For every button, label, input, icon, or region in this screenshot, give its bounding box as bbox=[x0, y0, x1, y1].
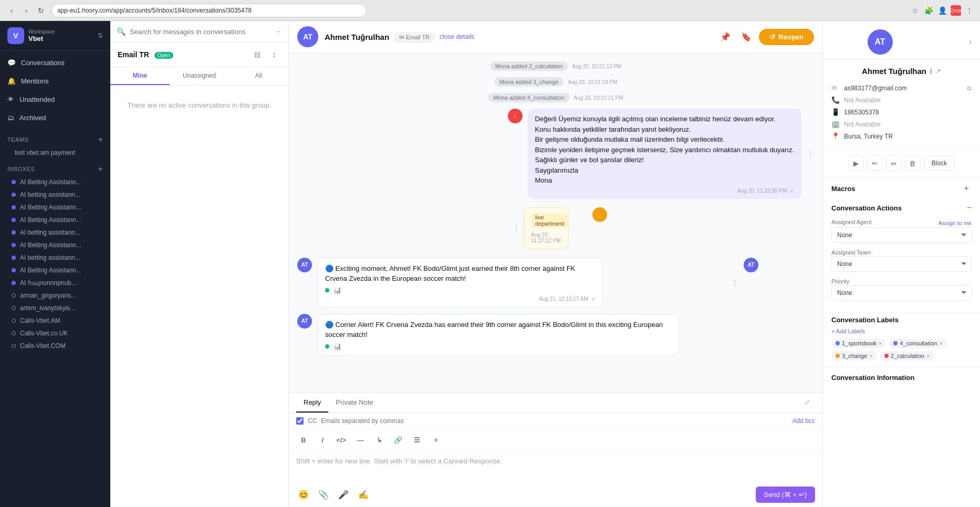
sidebar-inbox-item-7[interactable]: AI Betting Assistann... bbox=[0, 264, 110, 277]
reload-button[interactable]: ↻ bbox=[35, 4, 47, 17]
inbox-dot-0 bbox=[12, 180, 16, 184]
reply-area: Reply Private Note ⤢ CC Add bcc B I </> … bbox=[289, 393, 822, 507]
filter-button[interactable]: ⊟ bbox=[251, 48, 264, 61]
toolbar-btn-4[interactable]: — bbox=[353, 432, 368, 447]
pin-button[interactable]: 📌 bbox=[717, 28, 734, 45]
team-item[interactable]: test vbet.am payment bbox=[0, 146, 110, 159]
toolbar-btn-6[interactable]: 🔗 bbox=[391, 432, 405, 447]
tab-private-note[interactable]: Private Note bbox=[328, 393, 381, 413]
conversation-action-fields: Assigned Agent Assign to me None Assigne… bbox=[823, 216, 980, 313]
code-button[interactable]: </> bbox=[334, 432, 349, 447]
sidebar-inbox-item-9[interactable]: arman_grigoryans... bbox=[0, 289, 110, 302]
star-icon[interactable]: ☆ bbox=[910, 5, 920, 16]
priority-select[interactable]: None bbox=[831, 285, 972, 301]
delete-button[interactable]: 🗑 bbox=[905, 155, 921, 171]
chat-user-avatar: AT bbox=[297, 26, 318, 47]
merge-button[interactable]: ⇔ bbox=[886, 155, 902, 171]
assigned-agent-select[interactable]: None bbox=[831, 227, 972, 243]
close-details-link[interactable]: close details bbox=[440, 33, 474, 40]
live-dept-download[interactable]: ↓ bbox=[592, 207, 607, 222]
contact-phone-status: 📞 Not Available bbox=[831, 94, 972, 106]
email-icon: ✉ bbox=[831, 84, 840, 92]
contact-location: 📍 Bursa, Turkey TR bbox=[831, 130, 972, 142]
workspace-header[interactable]: V Workspace Vbet ⇅ bbox=[0, 21, 110, 51]
sidebar-item-conversations[interactable]: 💬 Conversations bbox=[0, 54, 110, 71]
add-team-button[interactable]: + bbox=[98, 135, 103, 144]
toolbar-btn-5[interactable]: ↳ bbox=[372, 432, 387, 447]
extension-icon[interactable]: 🧩 bbox=[923, 5, 934, 16]
external-link-icon[interactable]: ↗ bbox=[935, 67, 941, 75]
menu-icon[interactable]: ⋮ bbox=[964, 5, 975, 16]
conversation-tabs: Mine Unassigned All bbox=[110, 67, 288, 86]
url-bar[interactable]: app-eu1.hoory.com/app/accounts/5/inbox/1… bbox=[51, 4, 367, 17]
edit-button[interactable]: ✏ bbox=[867, 155, 883, 171]
label-close-3[interactable]: × bbox=[926, 353, 930, 359]
sidebar-inbox-item-0[interactable]: AI Betting Assistann... bbox=[0, 176, 110, 188]
tab-all[interactable]: All bbox=[229, 67, 288, 85]
error-badge[interactable]: Error bbox=[951, 5, 961, 16]
sidebar-item-archived[interactable]: 🗂 Archived bbox=[0, 109, 110, 126]
msg-download-icon[interactable]: ↓ bbox=[508, 109, 523, 123]
unordered-list-button[interactable]: ☰ bbox=[410, 432, 424, 447]
tab-reply[interactable]: Reply bbox=[296, 393, 328, 413]
tab-unassigned[interactable]: Unassigned bbox=[170, 67, 229, 85]
collapse-conv-actions-icon[interactable]: − bbox=[967, 203, 972, 213]
assigned-team-select[interactable]: None bbox=[831, 256, 972, 272]
forward-button[interactable]: › bbox=[20, 4, 33, 17]
search-input[interactable] bbox=[130, 28, 270, 36]
assign-to-me-link[interactable]: Assign to me bbox=[938, 220, 972, 226]
attach-button[interactable]: 📎 bbox=[316, 488, 331, 502]
add-bcc-button[interactable]: Add bcc bbox=[793, 417, 815, 425]
profile-icon[interactable]: 👤 bbox=[937, 5, 947, 16]
sidebar-inbox-item-10[interactable]: artem_ivanytskyis... bbox=[0, 302, 110, 314]
audio-button[interactable]: 🎤 bbox=[336, 488, 351, 502]
msg-bubble-1: Değerli Üyemiz konuyla ilgili açılmış ol… bbox=[528, 109, 801, 199]
sidebar-inbox-item-11[interactable]: Calls-Vbet.AM bbox=[0, 314, 110, 327]
reply-expand-icon[interactable]: ⤢ bbox=[799, 393, 815, 413]
inbox-label-5: AI Betting Assistann... bbox=[20, 241, 81, 249]
tab-mine[interactable]: Mine bbox=[110, 67, 170, 85]
expand-right-icon[interactable]: › bbox=[969, 37, 972, 47]
add-macro-button[interactable]: + bbox=[961, 183, 972, 194]
block-button[interactable]: Block bbox=[924, 156, 955, 171]
add-labels-button[interactable]: + Add Labels bbox=[831, 328, 865, 334]
italic-button[interactable]: I bbox=[315, 432, 330, 447]
sidebar-inbox-item-12[interactable]: Calls-Vbet.co.UK bbox=[0, 327, 110, 340]
msg-options-1[interactable]: ⋮ bbox=[807, 150, 814, 158]
reopen-button[interactable]: ↺ Reopen bbox=[759, 29, 814, 45]
bookmark-button[interactable]: 🔖 bbox=[738, 28, 755, 45]
bold-button[interactable]: B bbox=[296, 432, 311, 447]
sidebar-item-mentions[interactable]: 🔔 Mentions bbox=[0, 72, 110, 90]
label-text-2: 3_change bbox=[842, 353, 867, 359]
editor-area[interactable]: Shift + enter for new line. Start with '… bbox=[289, 451, 822, 482]
copy-email-icon[interactable]: ⧉ bbox=[967, 85, 972, 92]
signature-button[interactable]: ✍ bbox=[356, 488, 371, 502]
sidebar-inbox-item-1[interactable]: AI betting assistann... bbox=[0, 188, 110, 201]
msg-options-bot1[interactable]: ⋮ bbox=[731, 278, 738, 287]
inboxes-section-header: Inboxes + bbox=[0, 159, 110, 176]
sidebar-inbox-item-5[interactable]: AI Betting Assistann... bbox=[0, 239, 110, 251]
expand-icon[interactable]: → bbox=[275, 27, 282, 36]
add-inbox-button[interactable]: + bbox=[98, 164, 103, 174]
ordered-list-button[interactable]: ≡ bbox=[429, 432, 443, 447]
sidebar-inbox-item-13[interactable]: Calls-Vbet.COM bbox=[0, 340, 110, 352]
sidebar-inbox-item-2[interactable]: AI Betting Assistann... bbox=[0, 201, 110, 214]
cc-input[interactable] bbox=[321, 417, 788, 425]
sidebar-inbox-item-6[interactable]: AI betting assistann... bbox=[0, 251, 110, 264]
label-close-1[interactable]: × bbox=[939, 340, 942, 346]
back-button[interactable]: ‹ bbox=[5, 4, 18, 17]
cc-checkbox[interactable] bbox=[296, 417, 304, 425]
emoji-button[interactable]: 😊 bbox=[296, 488, 311, 502]
msg-options-live[interactable]: ⋮ bbox=[513, 224, 520, 233]
sidebar-inbox-item-8[interactable]: AI հայnunnnpnub... bbox=[0, 277, 110, 289]
sidebar-item-unattended[interactable]: 👁 Unattended bbox=[0, 91, 110, 108]
contact-phone-number: 📱 1865305378 bbox=[831, 106, 972, 118]
sidebar-inbox-item-4[interactable]: AI betting assistann... bbox=[0, 226, 110, 239]
play-button[interactable]: ▶ bbox=[848, 155, 864, 171]
label-close-0[interactable]: × bbox=[879, 340, 882, 346]
sort-button[interactable]: ↕ bbox=[267, 48, 281, 61]
sidebar-inbox-item-3[interactable]: AI Betting Assistann... bbox=[0, 214, 110, 226]
label-text-1: 4_consultation bbox=[900, 340, 937, 346]
send-button[interactable]: Send (⌘ + ↵) bbox=[756, 487, 815, 503]
label-close-2[interactable]: × bbox=[869, 353, 872, 359]
